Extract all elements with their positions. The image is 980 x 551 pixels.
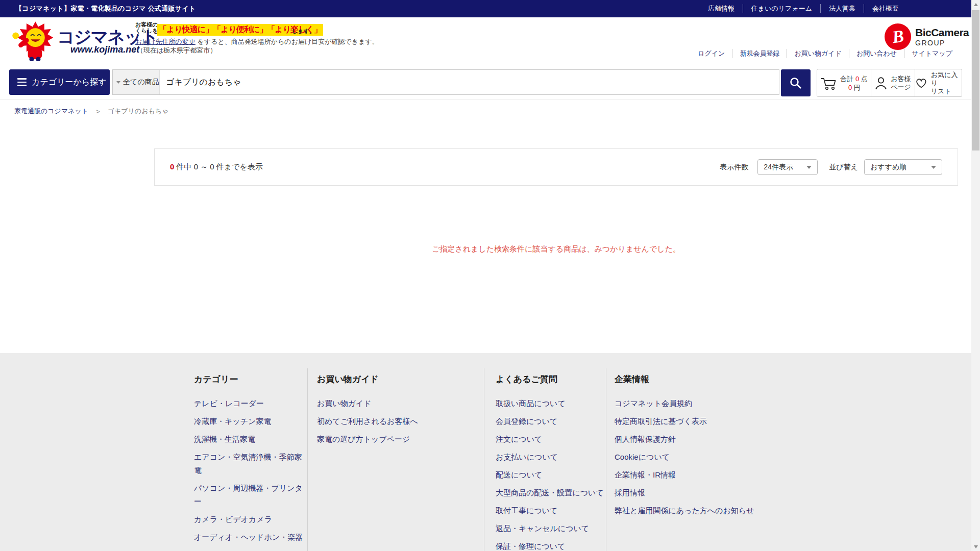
footer-links: コジマネット会員規約特定商取引法に基づく表示個人情報保護方針Cookieについて… [615, 397, 785, 517]
footer-link[interactable]: 注文について [496, 433, 606, 446]
sort-select[interactable]: おすすめ順 [864, 159, 942, 175]
mypage-button[interactable]: お客様 ページ [871, 69, 915, 96]
header-link[interactable]: 新規会員登録 [732, 49, 787, 58]
footer-link[interactable]: お買い物ガイド [317, 397, 484, 410]
footer-link[interactable]: スマートフォン・アクセサリー [194, 548, 307, 551]
biccamera-name: BicCamera [915, 27, 969, 39]
footer-column-title: よくあるご質問 [496, 373, 606, 385]
kojima-mascot-icon[interactable] [8, 21, 55, 61]
chevron-down-icon [806, 166, 812, 169]
footer-link[interactable]: 企業情報・IR情報 [615, 468, 785, 482]
search-button[interactable] [781, 69, 811, 96]
scroll-up-arrow-icon[interactable] [971, 0, 980, 9]
footer-column-title: カテゴリー [194, 373, 307, 385]
scrollbar[interactable] [971, 0, 980, 551]
footer-link[interactable]: 大型商品の配送・設置について [496, 486, 606, 499]
footer-link[interactable]: 採用情報 [615, 486, 785, 499]
topbar-link[interactable]: 店舗情報 [700, 4, 743, 13]
header-link[interactable]: サイトマップ [904, 49, 960, 58]
footer-link[interactable]: 個人情報保護方針 [615, 433, 785, 446]
results-toolbar: 0 件中 0 ～ 0 件までを表示 表示件数 24件表示 並び替え おすすめ順 [154, 148, 958, 186]
user-icon [875, 77, 887, 90]
footer-column-title: お買い物ガイド [317, 373, 484, 385]
hamburger-icon [17, 78, 27, 86]
tagline-prefix: お客様の くらしを [135, 21, 158, 34]
biccamera-group-label: GROUP [915, 39, 969, 47]
per-page-select[interactable]: 24件表示 [757, 159, 818, 175]
cart-amount-line: 0 円 [840, 83, 867, 92]
header-link[interactable]: お買い物ガイド [787, 49, 849, 58]
header-link[interactable]: お問い合わせ [849, 49, 904, 58]
biccamera-group-logo[interactable]: B BicCamera GROUP [885, 23, 969, 50]
biccamera-b-icon: B [885, 23, 911, 50]
favorites-button[interactable]: お気に入り リスト [915, 69, 962, 96]
cart-total-line: 合計 0 点 [840, 74, 867, 83]
heart-icon [915, 77, 927, 89]
footer-link[interactable]: カメラ・ビデオカメラ [194, 513, 307, 526]
header-links: ログイン新規会員登録お買い物ガイドお問い合わせサイトマップ [691, 49, 960, 58]
chevron-down-icon [116, 81, 120, 84]
header: コジマネット www.kojima.net お客様の くらしを 「より快適に」「… [0, 17, 980, 66]
topbar: 【コジマネット】家電・電化製品のコジマ 公式通販サイト 店舗情報住まいのリフォー… [0, 0, 980, 17]
no-results-message: ご指定されました検索条件に該当する商品は、みつかりませんでした。 [154, 244, 958, 254]
breadcrumb-separator: > [96, 108, 100, 115]
cart-count: 0 [855, 75, 859, 83]
delivery-note: お届け先住所の変更 をすると、商品発送場所からのお届け目安が確認できます。 [135, 37, 379, 46]
search-nav-row: カテゴリーから探す 全ての商品 合計 0 点 0 円 [0, 66, 980, 100]
footer-column-categories: カテゴリー テレビ・レコーダー冷蔵庫・キッチン家電洗濯機・生活家電エアコン・空気… [194, 368, 307, 551]
footer-link[interactable]: Cookieについて [615, 450, 785, 464]
topbar-link[interactable]: 住まいのリフォーム [743, 4, 820, 13]
header-link[interactable]: ログイン [691, 49, 732, 58]
search-scope-select[interactable]: 全ての商品 [113, 70, 160, 94]
scroll-down-arrow-icon[interactable] [971, 542, 980, 551]
footer-link[interactable]: 弊社と雇用関係にあった方へのお知らせ [615, 504, 785, 517]
site-title: 【コジマネット】家電・電化製品のコジマ 公式通販サイト [15, 4, 196, 13]
footer-links: お買い物ガイド初めてご利用されるお客様へ家電の選び方トップページ [317, 397, 484, 446]
chevron-down-icon [931, 166, 936, 169]
topbar-link[interactable]: 会社概要 [864, 4, 907, 13]
scrollbar-thumb[interactable] [972, 10, 979, 151]
search-input[interactable] [160, 70, 779, 94]
footer-link[interactable]: 冷蔵庫・キッチン家電 [194, 415, 307, 428]
footer-link[interactable]: 会員登録について [496, 415, 606, 428]
footer-link[interactable]: お支払いについて [496, 450, 606, 464]
footer-link[interactable]: コジマネット会員規約 [615, 397, 785, 410]
footer-link[interactable]: エアコン・空気清浄機・季節家電 [194, 450, 307, 477]
footer-column-title: 企業情報 [615, 373, 785, 385]
footer-link[interactable]: 洗濯機・生活家電 [194, 433, 307, 446]
footer-link[interactable]: 初めてご利用されるお客様へ [317, 415, 484, 428]
footer-link[interactable]: テレビ・レコーダー [194, 397, 307, 410]
footer-link[interactable]: パソコン・周辺機器・プリンター [194, 482, 307, 508]
category-menu-button[interactable]: カテゴリーから探す [9, 69, 110, 95]
delivery-current-location: （現在は栃木県宇都宮市） [137, 46, 216, 55]
footer-link[interactable]: オーディオ・ヘッドホン・楽器 [194, 531, 307, 544]
footer-link[interactable]: 取付工事について [496, 504, 606, 517]
footer: カテゴリー テレビ・レコーダー冷蔵庫・キッチン家電洗濯機・生活家電エアコン・空気… [0, 353, 980, 551]
footer-column-guide: お買い物ガイド お買い物ガイド初めてご利用されるお客様へ家電の選び方トップページ [307, 368, 484, 551]
result-count: 0 件中 0 ～ 0 件までを表示 [170, 162, 263, 172]
footer-link[interactable]: 家電の選び方トップページ [317, 433, 484, 446]
footer-link[interactable]: 取扱い商品について [496, 397, 606, 410]
brand-url: www.kojima.net [70, 44, 139, 55]
footer-links: テレビ・レコーダー冷蔵庫・キッチン家電洗濯機・生活家電エアコン・空気清浄機・季節… [194, 397, 307, 551]
cart-amount: 0 [848, 84, 852, 91]
breadcrumb-current: ゴキブリのおもちゃ [108, 107, 169, 116]
footer-column-faq: よくあるご質問 取扱い商品について会員登録について注文についてお支払いについて配… [484, 368, 606, 551]
utility-box: 合計 0 点 0 円 お客様 ページ お気に入り リスト [817, 69, 962, 97]
footer-column-corporate: 企業情報 コジマネット会員規約特定商取引法に基づく表示個人情報保護方針Cooki… [606, 368, 785, 551]
footer-link[interactable]: 特定商取引法に基づく表示 [615, 415, 785, 428]
sort-label: 並び替え [829, 163, 858, 172]
footer-link[interactable]: 保証・修理について [496, 540, 606, 551]
footer-links: 取扱い商品について会員登録について注文についてお支払いについて配送について大型商… [496, 397, 606, 551]
delivery-note-text: をすると、商品発送場所からのお届け目安が確認できます。 [195, 38, 379, 45]
per-page-label: 表示件数 [720, 163, 748, 172]
change-address-link[interactable]: お届け先住所の変更 [135, 38, 195, 45]
footer-link[interactable]: 配送について [496, 468, 606, 482]
cart-button[interactable]: 合計 0 点 0 円 [817, 69, 871, 96]
search-icon [789, 77, 802, 90]
footer-link[interactable]: 返品・キャンセルについて [496, 522, 606, 535]
topbar-links: 店舗情報住まいのリフォーム法人営業会社概要 [700, 0, 907, 17]
breadcrumb: 家電通販のコジマネット > ゴキブリのおもちゃ [14, 107, 168, 116]
topbar-link[interactable]: 法人営業 [820, 4, 864, 13]
breadcrumb-home-link[interactable]: 家電通販のコジマネット [14, 107, 88, 116]
